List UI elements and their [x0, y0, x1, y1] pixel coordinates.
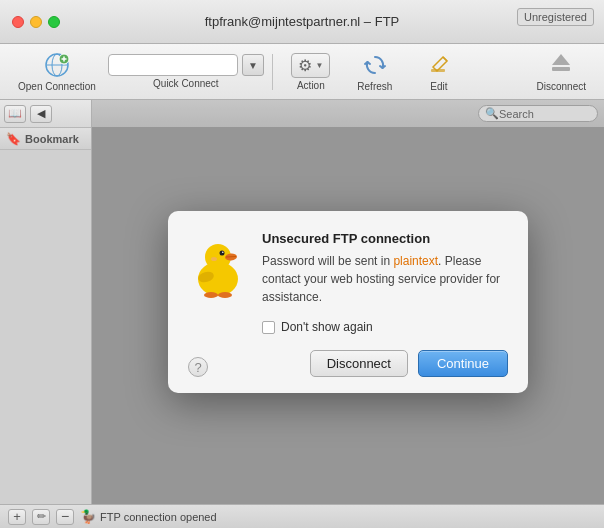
quick-connect-label: Quick Connect — [153, 78, 219, 89]
traffic-lights — [12, 16, 60, 28]
disconnect-label: Disconnect — [537, 81, 586, 92]
bookmark-header: 🔖 Bookmark — [0, 128, 91, 150]
svg-rect-8 — [552, 67, 570, 71]
svg-point-16 — [204, 292, 218, 298]
quick-connect-dropdown[interactable]: ▼ — [242, 54, 264, 76]
content-area: 📖 ◀ 🔖 Bookmark 🔍 — [0, 100, 604, 504]
action-button[interactable]: ⚙ ▼ Action — [281, 49, 341, 95]
quick-connect-input[interactable] — [108, 54, 238, 76]
minimize-button[interactable] — [30, 16, 42, 28]
close-button[interactable] — [12, 16, 24, 28]
svg-point-11 — [220, 251, 225, 256]
ftp-status-icon: 🦆 — [80, 509, 96, 524]
statusbar: + ✏ − 🦆 FTP connection opened — [0, 504, 604, 528]
window-title: ftpfrank@mijntestpartner.nl – FTP — [205, 14, 400, 29]
disconnect-button[interactable]: Disconnect — [529, 47, 594, 96]
bookmark-label: Bookmark — [25, 133, 79, 145]
open-connection-button[interactable]: Open Connection — [10, 47, 104, 96]
open-connection-label: Open Connection — [18, 81, 96, 92]
modal-body-highlight: plaintext — [393, 254, 438, 268]
sidebar: 📖 ◀ 🔖 Bookmark — [0, 100, 92, 504]
svg-marker-7 — [552, 54, 570, 65]
bookmark-icon: 🔖 — [6, 132, 21, 146]
dont-show-label: Don't show again — [281, 320, 373, 334]
quick-connect-area: ▼ Quick Connect — [108, 54, 264, 89]
continue-button[interactable]: Continue — [418, 350, 508, 377]
edit-label: Edit — [430, 81, 447, 92]
action-gear-icon: ⚙ — [298, 56, 312, 75]
status-text: FTP connection opened — [100, 511, 217, 523]
action-arrow-icon: ▼ — [315, 61, 323, 70]
maximize-button[interactable] — [48, 16, 60, 28]
main-area: 🔍 — [92, 100, 604, 504]
svg-line-14 — [226, 257, 236, 258]
refresh-icon — [361, 51, 389, 79]
open-connection-icon — [43, 51, 71, 79]
toolbar: Open Connection ▼ Quick Connect ⚙ ▼ Acti… — [0, 44, 604, 100]
edit-status-button[interactable]: ✏ — [32, 509, 50, 525]
modal-body: Password will be sent in plaintext. Plea… — [262, 252, 508, 306]
action-label: Action — [297, 80, 325, 91]
status-message: 🦆 FTP connection opened — [80, 509, 217, 524]
edit-button[interactable]: Edit — [409, 47, 469, 96]
dont-show-checkbox[interactable] — [262, 321, 275, 334]
add-button[interactable]: + — [8, 509, 26, 525]
modal-dialog: Unsecured FTP connection Password will b… — [168, 211, 528, 393]
titlebar: ftpfrank@mijntestpartner.nl – FTP Unregi… — [0, 0, 604, 44]
modal-body-part1: Password will be sent in — [262, 254, 393, 268]
disconnect-action-button[interactable]: Disconnect — [310, 350, 408, 377]
modal-text-area: Unsecured FTP connection Password will b… — [262, 231, 508, 306]
refresh-button[interactable]: Refresh — [345, 47, 405, 96]
modal-content: Unsecured FTP connection Password will b… — [188, 231, 508, 306]
dont-show-row: Don't show again — [262, 320, 508, 334]
modal-buttons: ? Disconnect Continue — [188, 350, 508, 377]
sidebar-book-icon[interactable]: 📖 — [4, 105, 26, 123]
remove-button[interactable]: − — [56, 509, 74, 525]
modal-title: Unsecured FTP connection — [262, 231, 508, 246]
unregistered-badge: Unregistered — [517, 8, 594, 26]
help-button[interactable]: ? — [188, 357, 208, 377]
svg-point-12 — [222, 251, 224, 253]
modal-overlay: Unsecured FTP connection Password will b… — [92, 100, 604, 504]
edit-icon — [425, 51, 453, 79]
svg-point-17 — [218, 292, 232, 298]
duck-icon — [188, 231, 248, 301]
refresh-label: Refresh — [357, 81, 392, 92]
disconnect-icon — [547, 51, 575, 79]
sidebar-back-button[interactable]: ◀ — [30, 105, 52, 123]
sidebar-toolbar: 📖 ◀ — [0, 100, 91, 128]
separator-1 — [272, 54, 273, 90]
svg-point-18 — [211, 257, 217, 261]
